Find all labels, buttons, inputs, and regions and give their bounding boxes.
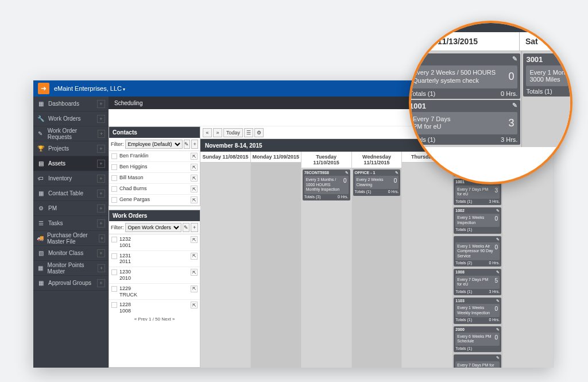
workorder-row[interactable]: 1229TRUCK⇱ [109, 284, 200, 300]
sidebar-item-contact-table[interactable]: ▦Contact Table+ [33, 186, 109, 201]
edit-icon[interactable]: ✎ [345, 171, 349, 175]
drag-icon[interactable]: ⇱ [191, 186, 198, 192]
expand-icon[interactable]: + [99, 234, 105, 242]
sidebar-icon: 🚚 [37, 235, 44, 241]
edit-icon[interactable]: ✎ [496, 270, 500, 275]
workorders-filter-select[interactable]: Open Work Orders [125, 223, 181, 232]
add-filter-button[interactable]: + [191, 223, 198, 232]
sched-card[interactable]: 1103✎Every 1 Weeks Weekly Inspection0Tot… [454, 298, 501, 324]
sidebar-icon: ▦ [37, 280, 45, 286]
workorder-row[interactable]: 12312011⇱ [109, 251, 200, 268]
org-dropdown[interactable]: eMaint Enterprises, LLC [54, 85, 125, 92]
edit-icon[interactable]: ✎ [496, 209, 500, 213]
day-column[interactable]: Thursday 11/ [402, 152, 452, 368]
drag-icon[interactable]: ⇱ [191, 253, 198, 260]
workorders-panel: Work Orders Filter: Open Work Orders ✎ +… [109, 210, 200, 368]
edit-icon[interactable]: ✎ [496, 327, 500, 332]
edit-icon[interactable]: ✎ [512, 55, 517, 64]
sidebar-item-label: Projects [48, 145, 69, 152]
workorder-row[interactable]: 12321001⇱ [109, 234, 200, 251]
sidebar-item-approval-groups[interactable]: ▦Approval Groups+ [33, 276, 109, 291]
drag-icon[interactable]: ⇱ [191, 236, 198, 243]
contact-row[interactable]: Chad Burns⇱ [109, 184, 200, 195]
contact-row[interactable]: Ben Higgins⇱ [109, 162, 200, 173]
sidebar-item-inventory[interactable]: 🏷Inventory+ [33, 171, 109, 186]
sidebar-item-tasks[interactable]: ☰Tasks+ [33, 216, 109, 231]
sched-card[interactable]: 2000✎Every 6 Weeks PM Schedule0Totals (1… [454, 326, 501, 353]
zoom-sched-card[interactable]: 1001✎ Every 7 DaysPM for eU3 Totals (1)3… [409, 100, 520, 145]
drag-icon[interactable]: ⇱ [191, 164, 198, 171]
day-column[interactable] [503, 152, 554, 368]
zoom-sched-card[interactable]: 01✎ Every 2 Weeks / 500 HOURSQuarterly s… [409, 53, 520, 99]
edit-filter-button[interactable]: ✎ [183, 223, 190, 232]
edit-icon[interactable]: ✎ [512, 102, 517, 110]
settings-button[interactable]: ⚙ [254, 128, 264, 137]
expand-icon[interactable]: + [97, 249, 105, 257]
add-filter-button[interactable]: + [191, 140, 198, 149]
expand-icon[interactable]: + [97, 190, 105, 198]
edit-filter-button[interactable]: ✎ [184, 140, 191, 149]
expand-icon[interactable]: + [97, 219, 105, 227]
edit-icon[interactable]: ✎ [496, 356, 500, 360]
day-column[interactable]: Monday 11/09/2015 [251, 152, 301, 368]
sidebar-item-work-orders[interactable]: 🔧Work Orders+ [33, 111, 109, 126]
contacts-filter-select[interactable]: Employee (Default) [125, 140, 183, 149]
sidebar-item-dashboards[interactable]: ▦Dashboards+ [33, 97, 109, 111]
sidebar-icon: ▤ [37, 160, 45, 167]
prev-range-button[interactable]: « [203, 128, 212, 137]
day-column[interactable]: Tuesday 11/10/201578CONT5938✎Every 3 Mon… [301, 152, 352, 368]
edit-icon[interactable]: ✎ [496, 237, 500, 242]
drag-icon[interactable]: ⇱ [191, 269, 198, 276]
expand-icon[interactable]: + [97, 279, 105, 287]
workorder-row[interactable]: 12302010⇱ [109, 267, 200, 284]
pager[interactable]: « Prev 1 / 50 Next » [109, 315, 200, 323]
drag-icon[interactable]: ⇱ [191, 285, 198, 292]
sidebar-item-monitor-points-master[interactable]: ▦Monitor Points Master+ [33, 261, 109, 276]
zoom-sched-card[interactable]: 3001✎ Every 1 Mont3000 Miles Totals (1) [523, 53, 572, 97]
sidebar-item-purchase-order-master-file[interactable]: 🚚Purchase Order Master File+ [33, 231, 109, 246]
expand-icon[interactable]: + [97, 100, 105, 108]
contact-row[interactable]: Bill Mason⇱ [109, 173, 200, 184]
sidebar-item-projects[interactable]: 🏆Projects+ [33, 141, 109, 156]
sched-card[interactable]: ✎Every 1 Weeks Air Compressor 90 Day Ser… [454, 236, 501, 267]
sidebar-item-label: Assets [48, 160, 65, 167]
sched-card[interactable]: ✎Every 7 Days PM for eUTotals (1)0 Hrs. [454, 354, 501, 368]
sidebar-item-monitor-class[interactable]: ▧Monitor Class+ [33, 246, 109, 261]
edit-icon[interactable]: ✎ [395, 171, 399, 175]
expand-icon[interactable]: + [97, 204, 105, 213]
contact-row[interactable]: Gene Pargas⇱ [109, 195, 200, 206]
next-range-button[interactable]: » [213, 128, 222, 137]
drag-icon[interactable]: ⇱ [191, 153, 198, 160]
sidebar-item-label: Approval Groups [48, 280, 91, 286]
day-column[interactable]: Sunday 11/08/2015 [200, 152, 251, 368]
contact-row[interactable]: Ben Franklin⇱ [109, 151, 200, 162]
sidebar-item-pm[interactable]: ⚙PM+ [33, 201, 109, 216]
drag-icon[interactable]: ⇱ [191, 302, 198, 308]
day-column[interactable]: Wednesday 11/11/2015OFFICE - 1✎Every 2 W… [352, 152, 403, 368]
filter-label: Filter: [111, 141, 124, 147]
sidebar-icon: ▧ [37, 250, 45, 256]
expand-icon[interactable]: + [98, 130, 105, 138]
expand-icon[interactable]: + [97, 175, 105, 183]
sidebar-item-assets[interactable]: ▤Assets+ [33, 156, 109, 171]
expand-icon[interactable]: + [98, 264, 105, 272]
sched-card[interactable]: 78CONT5938✎Every 3 Months / 1000 HOURS M… [303, 169, 350, 200]
sidebar-item-label: Contact Table [48, 190, 83, 196]
sidebar-item-label: Monitor Class [48, 250, 83, 256]
edit-icon[interactable]: ✎ [496, 299, 500, 303]
sched-card[interactable]: OFFICE - 1✎Every 2 Weeks Cleaning0Totals… [353, 169, 401, 196]
filter-label: Filter: [111, 225, 124, 230]
expand-icon[interactable]: + [97, 160, 105, 168]
expand-icon[interactable]: + [97, 145, 105, 153]
sched-card[interactable]: 1002✎Every 1 Weeks Inspection0Totals (1) [454, 207, 501, 234]
workorder-row[interactable]: 12281008Change the Oil on the truck.⇱ [109, 300, 200, 315]
drag-icon[interactable]: ⇱ [191, 196, 198, 203]
sidebar-icon: ▦ [37, 101, 45, 107]
sched-card[interactable]: 1008✎Every 7 Days PM for eU5Totals (1)3 … [454, 269, 501, 295]
sidebar-item-label: PM [48, 205, 57, 211]
today-button[interactable]: Today [223, 128, 243, 137]
drag-icon[interactable]: ⇱ [191, 175, 198, 182]
view-toggle-button[interactable]: ☰ [244, 128, 253, 137]
expand-icon[interactable]: + [97, 115, 105, 123]
sidebar-item-work-order-requests[interactable]: ✎Work Order Requests+ [33, 126, 109, 141]
